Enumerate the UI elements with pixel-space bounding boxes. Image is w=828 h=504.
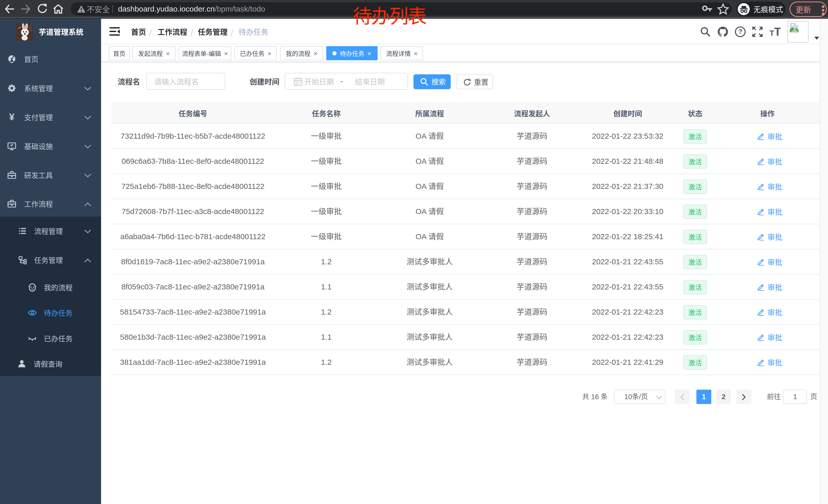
svg-text:?: ? xyxy=(738,28,742,35)
svg-text:T: T xyxy=(770,29,774,37)
svg-text:¥: ¥ xyxy=(9,113,14,122)
svg-text:T: T xyxy=(774,26,781,37)
